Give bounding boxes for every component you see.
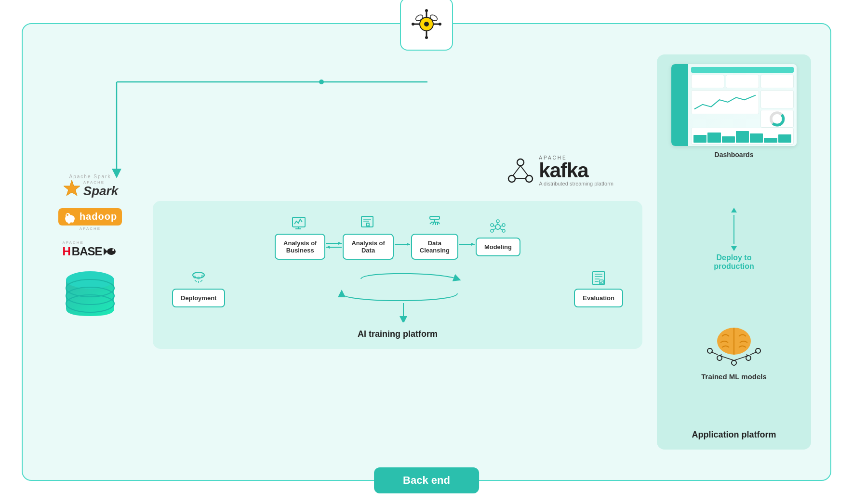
svg-line-58 [439, 222, 440, 224]
svg-point-65 [491, 229, 493, 232]
svg-point-31 [508, 175, 515, 182]
svg-line-101 [750, 352, 757, 355]
svg-line-69 [500, 228, 502, 230]
svg-line-34 [520, 166, 528, 176]
ai-platform-box: Analysis ofBusiness [153, 201, 642, 349]
svg-rect-79 [593, 271, 604, 285]
svg-point-94 [756, 348, 760, 353]
svg-point-73 [193, 276, 196, 279]
evaluation-icon [590, 270, 607, 286]
analysis-business-icon [292, 215, 309, 231]
ml-label: Trained ML models [701, 372, 767, 381]
svg-marker-42 [326, 246, 330, 249]
analysis-data-icon [360, 215, 377, 231]
svg-line-78 [200, 280, 202, 282]
ml-brain-container: Trained ML models [701, 319, 767, 381]
dashboard-preview [671, 64, 797, 146]
workflow-top-row: Analysis ofBusiness [167, 215, 628, 260]
backend-button: Back end [374, 467, 479, 493]
database-icon [61, 268, 119, 321]
svg-point-5 [424, 22, 429, 27]
svg-point-32 [526, 175, 533, 182]
deploy-vert-line [733, 215, 734, 244]
svg-point-62 [496, 220, 499, 223]
svg-point-64 [502, 229, 505, 232]
svg-point-21 [72, 219, 74, 223]
kafka-logo: APACHE kafka A distributed streaming pla… [506, 155, 613, 186]
svg-line-99 [746, 355, 748, 356]
analysis-business-node: Analysis ofBusiness [275, 215, 325, 260]
top-logo-box [400, 0, 453, 51]
deployment-node: Deployment [172, 270, 225, 307]
svg-point-11 [425, 36, 428, 39]
evaluation-node: Evaluation [574, 270, 623, 307]
data-cleansing-node: DataCleansing [411, 215, 458, 260]
outer-container: Apache Spark APACHE Spark [22, 23, 831, 481]
app-platform-title: Application platform [692, 430, 776, 440]
svg-point-12 [412, 23, 414, 26]
svg-point-25 [112, 249, 114, 251]
analysis-data-box: Analysis ofData [343, 234, 393, 260]
svg-line-76 [195, 280, 197, 282]
svg-point-20 [67, 214, 68, 216]
svg-point-13 [439, 23, 441, 26]
spark-logo: Apache Spark APACHE Spark [62, 174, 118, 199]
data-cleansing-box: DataCleansing [411, 234, 458, 260]
modeling-node: Modeling [476, 219, 520, 256]
svg-point-63 [502, 224, 505, 226]
modeling-box: Modeling [476, 238, 520, 256]
ai-platform-title: AI training platform [167, 329, 628, 339]
deploy-arrow-down [731, 246, 737, 251]
hadoop-text: hadoop [80, 211, 117, 222]
svg-marker-24 [104, 248, 107, 255]
hbase-fish-icon [104, 246, 118, 257]
kafka-tagline-text: A distributed streaming platform [539, 181, 613, 186]
analysis-data-node: Analysis ofData [343, 215, 393, 260]
kafka-area: APACHE kafka A distributed streaming pla… [506, 155, 613, 186]
right-section: Dashboards Deploy toproduction [657, 54, 811, 450]
svg-point-10 [425, 9, 428, 12]
svg-point-23 [107, 248, 116, 255]
modeling-icon [489, 219, 506, 235]
svg-point-66 [491, 224, 493, 226]
deploy-label: Deploy toproduction [714, 253, 754, 271]
middle-section: APACHE kafka A distributed streaming pla… [153, 155, 642, 349]
svg-marker-50 [407, 243, 410, 246]
svg-point-75 [201, 275, 204, 278]
svg-point-93 [707, 348, 712, 353]
svg-line-54 [430, 222, 432, 224]
spark-star-icon [62, 179, 81, 199]
deploy-arrow-up [731, 208, 737, 212]
curved-arrows [322, 269, 477, 308]
svg-rect-43 [361, 216, 373, 227]
spark-apache-label: Apache Spark [69, 174, 111, 179]
svg-marker-16 [64, 180, 80, 196]
svg-point-2 [319, 80, 324, 84]
arrow-to-cleansing [394, 240, 411, 248]
hadoop-logo: hadoop APACHE [58, 208, 122, 231]
svg-point-74 [197, 277, 200, 279]
deployment-box: Deployment [172, 289, 225, 307]
svg-point-30 [517, 159, 524, 166]
data-cleansing-icon [426, 215, 443, 231]
database-cylinder [61, 268, 119, 321]
svg-line-70 [493, 228, 496, 230]
svg-line-33 [513, 166, 520, 176]
left-section: Apache Spark APACHE Spark [42, 174, 138, 321]
analysis-business-box: Analysis ofBusiness [275, 234, 325, 260]
hbase-logo: APACHE HBASE [62, 240, 118, 258]
svg-point-91 [732, 360, 736, 365]
hadoop-elephant-icon [63, 210, 77, 224]
svg-point-61 [495, 225, 500, 229]
kafka-name-text: kafka [539, 160, 613, 181]
svg-marker-40 [338, 242, 342, 245]
deployment-icon [190, 270, 207, 286]
dashboards-label: Dashboards [715, 151, 754, 159]
evaluation-box: Evaluation [574, 289, 623, 307]
svg-marker-60 [471, 243, 475, 246]
connector-icon [410, 7, 443, 41]
kafka-icon [506, 157, 535, 186]
svg-line-100 [711, 352, 718, 355]
brain-icon [705, 319, 763, 368]
svg-rect-51 [430, 216, 440, 219]
